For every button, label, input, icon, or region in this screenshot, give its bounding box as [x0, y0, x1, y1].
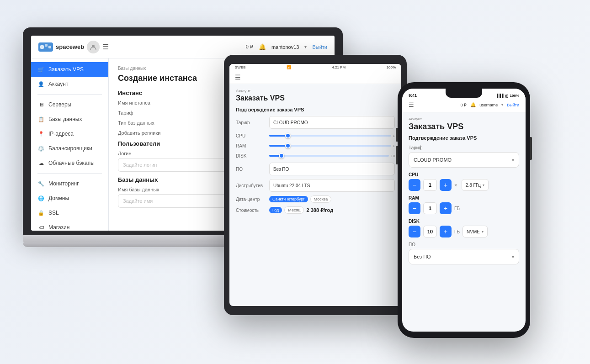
sidebar-item-account[interactable]: 👤 Аккаунт: [31, 77, 108, 91]
notification-bell-icon[interactable]: 🔔: [259, 43, 266, 50]
tablet-label-distrib: Дистрибутив: [236, 183, 266, 188]
tablet-menu-icon[interactable]: ☰: [235, 74, 241, 81]
phone-tariff-dropdown[interactable]: CLOUD PROMO ▾: [409, 152, 519, 168]
phone-cpu-plus-button[interactable]: +: [440, 179, 452, 191]
cpu-fill: [269, 135, 287, 137]
cost-year-tag[interactable]: Год: [269, 207, 282, 213]
account-icon: 👤: [37, 80, 45, 88]
datacenter-spb-tag[interactable]: Санкт-Петербург: [269, 196, 308, 202]
tablet-row-po: ПО Без ПО: [236, 163, 395, 175]
phone-username-chevron-icon: ▾: [501, 103, 503, 107]
sidebar-item-backups[interactable]: ☁ Облачные бэкапы: [31, 156, 108, 170]
phone-disk-minus-button[interactable]: −: [409, 226, 420, 237]
sidebar-item-balancers[interactable]: ⚖️ Балансировщики: [31, 141, 108, 156]
balancer-icon: ⚖️: [37, 145, 45, 152]
hamburger-menu[interactable]: ☰: [102, 42, 109, 51]
sidebar-item-monitoring[interactable]: 🔧 Мониторинг: [31, 176, 108, 191]
sidebar-label-servers: Серверы: [48, 101, 71, 108]
tablet-value-tariff[interactable]: CLOUD PROMO: [269, 116, 395, 129]
svg-rect-1: [45, 44, 48, 47]
sidebar-label-order-vps: Заказать VPS: [48, 66, 84, 73]
cpu-thumb[interactable]: [285, 133, 291, 138]
svg-rect-2: [48, 46, 51, 48]
tablet-status-bar: SWEB 📶 4:21 PM 100%: [229, 64, 401, 71]
logo-icon: [38, 42, 53, 52]
phone-cpu-freq-dropdown[interactable]: 2.8 ГГц ▾: [462, 179, 489, 191]
phone-po-label: ПО: [409, 242, 519, 247]
ram-thumb[interactable]: [285, 143, 291, 148]
sidebar-label-balancers: Балансировщики: [48, 145, 92, 152]
sidebar-item-domains[interactable]: 🌐 Домены: [31, 191, 108, 206]
cart-icon: 🛒: [37, 66, 45, 73]
sidebar-item-servers[interactable]: 🖥 Серверы: [31, 97, 108, 112]
tablet-status-wifi: 📶: [287, 65, 291, 69]
tablet-disk-slider[interactable]: 10: [269, 153, 395, 159]
tablet-header: ☰: [229, 71, 401, 84]
sidebar-item-databases[interactable]: 📋 Базы данных: [31, 112, 108, 127]
phone-ram-plus-button[interactable]: +: [440, 202, 452, 214]
phone-outer: 9:41 ▐▐▐ ))) 100% ☰ 0 ₽ 🔔 username ▾: [398, 82, 530, 338]
user-avatar[interactable]: [87, 41, 100, 53]
tablet-label-po: ПО: [236, 167, 266, 172]
tablet-row-cost: Стоимость Год Месяц 2 388 ₽/год: [236, 206, 395, 214]
sidebar-item-ipaddresses[interactable]: 📍 IP-адреса: [31, 127, 108, 141]
phone-disk-type-dropdown[interactable]: NVME ▾: [462, 226, 488, 237]
phone-menu-icon[interactable]: ☰: [409, 101, 414, 108]
phone-bell-icon[interactable]: 🔔: [470, 102, 476, 107]
phone-logout-button[interactable]: Выйти: [507, 103, 519, 107]
phone-cpu-stepper-row: − 1 + × 2.8 ГГц ▾: [409, 179, 519, 191]
tablet-value-distrib[interactable]: Ubuntu 22.04 LTS: [269, 179, 395, 192]
datacenter-msk-tag[interactable]: Москва: [310, 195, 332, 203]
phone-ram-label: RAM: [409, 195, 519, 200]
tablet-label-cpu: CPU: [236, 133, 266, 138]
cost-value: 2 388 ₽/год: [306, 207, 333, 213]
sidebar-label-domains: Домены: [48, 195, 69, 201]
phone-disk-type-value: NVME: [467, 229, 480, 234]
tablet-label-cost: Стоимость: [236, 208, 266, 213]
tablet-subtitle: Подтверждение заказа VPS: [236, 107, 395, 112]
tablet-status-left: SWEB: [235, 65, 246, 69]
phone-po-dropdown[interactable]: Без ПО ▾: [409, 249, 519, 264]
sidebar-item-shop[interactable]: 🏷 Магазин: [31, 220, 108, 231]
tablet-status-time: 4:21 PM: [332, 65, 345, 69]
scene: spaceweb ☰ 0 ₽ 🔔 mantonov13: [0, 0, 590, 364]
sidebar-divider-2: [37, 173, 102, 174]
sidebar-item-ssl[interactable]: 🔒 SSL: [31, 206, 108, 220]
phone-disk-value: 10: [423, 226, 437, 237]
ram-unit: ГБ: [454, 206, 460, 211]
sidebar-item-order-vps[interactable]: 🛒 Заказать VPS: [31, 62, 108, 77]
cpu-track: [269, 135, 391, 137]
sidebar-divider-1: [37, 94, 102, 95]
phone-section-label: Аккаунт: [409, 117, 519, 121]
logout-button[interactable]: Выйти: [312, 44, 327, 50]
tablet-value-po[interactable]: Без ПО: [269, 163, 395, 175]
tablet-row-ram: RAM 1: [236, 142, 395, 149]
cpu-min-label: 1: [393, 134, 395, 138]
phone-ram-stepper-row: − 1 + ГБ: [409, 202, 519, 214]
phone-header: ☰ 0 ₽ 🔔 username ▾ Выйти: [402, 100, 526, 112]
disk-thumb[interactable]: [279, 153, 284, 158]
ip-icon: 📍: [37, 130, 45, 137]
logo-text: spaceweb: [56, 43, 84, 50]
sidebar-label-account: Аккаунт: [48, 81, 68, 87]
phone-ram-minus-button[interactable]: −: [409, 202, 420, 214]
disk-unit: ГБ: [454, 229, 460, 234]
header-right: 0 ₽ 🔔 mantonov13 ▾ Выйти: [246, 43, 327, 50]
sidebar-label-ssl: SSL: [48, 210, 59, 216]
phone-disk-plus-button[interactable]: +: [440, 226, 452, 237]
tablet-cpu-slider[interactable]: 1: [269, 132, 395, 139]
tablet-body: Аккаунт Заказать VPS Подтверждение заказ…: [229, 84, 401, 306]
phone-cpu-value: 1: [423, 179, 437, 191]
phone-cpu-minus-button[interactable]: −: [409, 179, 420, 191]
cost-month-tag[interactable]: Месяц: [284, 206, 304, 214]
tablet-label-ram: RAM: [236, 143, 266, 148]
tablet-title: Заказать VPS: [236, 94, 395, 102]
phone-vol-down-button: [396, 146, 398, 164]
phone-battery-icon: 100%: [510, 94, 519, 98]
sidebar-label-ipaddresses: IP-адреса: [48, 131, 74, 137]
tablet-ram-slider[interactable]: 1: [269, 142, 395, 149]
phone-tariff-chevron-icon: ▾: [512, 158, 514, 163]
cpu-freq-chevron-icon: ▾: [483, 183, 484, 187]
phone-cpu-label: CPU: [409, 172, 519, 177]
phone-notch: [446, 89, 482, 98]
